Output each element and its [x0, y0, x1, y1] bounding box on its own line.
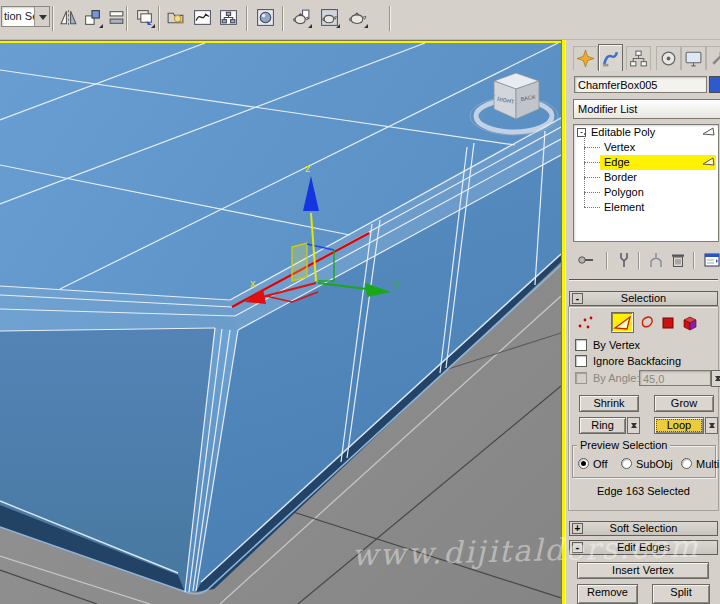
align-icon[interactable]: [80, 5, 105, 30]
object-name-value: ChamferBox005: [578, 79, 658, 91]
display-tab[interactable]: [681, 46, 706, 70]
mirror-icon[interactable]: [56, 5, 81, 30]
curve-editor-icon[interactable]: [190, 5, 215, 30]
modifier-stack: - Editable Poly Vertex Edge Border Polyg…: [573, 124, 719, 242]
material-editor-icon[interactable]: [253, 5, 278, 30]
preview-multi-label: Multi: [696, 458, 719, 470]
motion-tab[interactable]: [656, 46, 681, 70]
stack-item-edge[interactable]: Edge: [574, 155, 718, 170]
main-toolbar: tion Se: [0, 0, 720, 40]
gizmo-y-label: y: [394, 278, 400, 290]
edit-edges-rollout-header[interactable]: - Edit Edges: [569, 540, 718, 555]
rollout-title: Edit Edges: [617, 541, 670, 553]
remove-button[interactable]: Remove: [577, 584, 638, 604]
vertex-subobject-icon[interactable]: [575, 315, 597, 331]
grow-button[interactable]: Grow: [654, 395, 714, 412]
toolbar-separator: [693, 252, 695, 269]
gizmo-z-label: z: [305, 162, 311, 174]
by-angle-field[interactable]: 45,0: [639, 370, 711, 386]
object-name-field[interactable]: ChamferBox005: [574, 76, 707, 93]
rollout-title: Soft Selection: [610, 522, 678, 534]
render-setup-icon[interactable]: [289, 5, 314, 30]
utilities-tab[interactable]: [706, 46, 720, 70]
object-color-swatch[interactable]: [709, 76, 720, 93]
ignore-backfacing-label: Ignore Backfacing: [593, 355, 681, 367]
subobject-arrow-icon: [702, 157, 715, 172]
rollout-title: Selection: [621, 292, 666, 304]
gizmo-x-label: x: [250, 277, 256, 289]
layer-list-icon[interactable]: [132, 5, 157, 30]
preview-off-label: Off: [593, 458, 607, 470]
by-vertex-label: By Vertex: [593, 339, 640, 351]
selection-status-text: Edge 163 Selected: [569, 485, 718, 497]
toolbar-separator: [606, 252, 608, 269]
rendered-frame-window-icon[interactable]: [317, 5, 342, 30]
loop-spinner[interactable]: [705, 417, 718, 434]
viewport-active-border: [0, 40, 565, 43]
split-button[interactable]: Split: [652, 584, 710, 604]
preview-selection-label: Preview Selection: [577, 439, 670, 451]
toolbar-separator: [52, 6, 54, 31]
shrink-button[interactable]: Shrink: [579, 395, 639, 412]
stack-item-vertex[interactable]: Vertex: [574, 140, 718, 155]
remove-modifier-icon[interactable]: [668, 250, 688, 270]
command-panel: ChamferBox005 Modifier List - Editable P…: [565, 40, 720, 604]
element-subobject-icon[interactable]: [679, 313, 699, 332]
toolbar-separator: [126, 6, 128, 31]
preview-subobj-radio[interactable]: [621, 458, 632, 469]
viewport-active-border: [561, 40, 565, 604]
stack-item-polygon[interactable]: Polygon: [574, 185, 718, 200]
by-angle-checkbox[interactable]: [575, 372, 587, 384]
polygon-subobject-icon[interactable]: [660, 315, 675, 330]
toolbar-separator: [282, 6, 284, 31]
toolbar-separator: [246, 6, 248, 31]
perspective-viewport[interactable]: RIGHT BACK z x y: [0, 40, 565, 604]
show-end-result-icon[interactable]: [614, 250, 634, 270]
preview-off-radio[interactable]: [578, 458, 589, 469]
3dsmax-window: { "toolbar": { "selection_set_value": "t…: [0, 0, 720, 604]
schematic-view-icon[interactable]: [216, 5, 241, 30]
modify-tab[interactable]: [598, 44, 623, 71]
collapse-icon[interactable]: -: [572, 542, 583, 553]
render-production-icon[interactable]: [345, 5, 370, 30]
create-tab[interactable]: [573, 46, 598, 70]
stack-item-editable-poly[interactable]: - Editable Poly: [574, 125, 718, 140]
insert-vertex-button[interactable]: Insert Vertex: [577, 562, 709, 579]
pin-stack-icon[interactable]: [576, 250, 596, 270]
by-vertex-checkbox[interactable]: [575, 339, 587, 351]
ignore-backfacing-checkbox[interactable]: [575, 355, 587, 367]
panel-divider: [569, 279, 718, 281]
toolbar-separator: [158, 6, 160, 31]
by-angle-label: By Angle:: [593, 372, 639, 384]
gizmo-plane-handle[interactable]: [292, 243, 307, 281]
modifier-list-label: Modifier List: [578, 103, 637, 115]
stack-item-border[interactable]: Border: [574, 170, 718, 185]
chevron-down-icon[interactable]: [34, 7, 49, 26]
scene-canvas[interactable]: RIGHT BACK z x y: [0, 43, 561, 604]
toolbar-separator: [638, 252, 640, 269]
border-subobject-icon[interactable]: [638, 314, 656, 331]
selection-rollout-header[interactable]: - Selection: [569, 291, 718, 306]
preview-multi-radio[interactable]: [681, 458, 692, 469]
collapse-icon[interactable]: -: [572, 293, 583, 304]
expand-icon[interactable]: +: [572, 523, 583, 534]
scene-explorer-icon[interactable]: [163, 5, 188, 30]
selection-rollout-body: By Vertex Ignore Backfacing By Angle: 45…: [568, 306, 719, 511]
stack-item-element[interactable]: Element: [574, 200, 718, 215]
named-selection-set-value: tion Se: [2, 7, 34, 26]
ring-button[interactable]: Ring: [579, 417, 626, 434]
by-angle-spinner[interactable]: [711, 370, 720, 387]
ring-spinner[interactable]: [627, 417, 640, 434]
hierarchy-tab[interactable]: [626, 46, 651, 70]
preview-selection-group: Preview Selection Off SubObj Multi: [572, 445, 716, 478]
toolbar-separator: [389, 6, 391, 31]
loop-button[interactable]: Loop: [654, 417, 704, 434]
by-angle-value: 45,0: [643, 373, 664, 385]
make-unique-icon[interactable]: [646, 250, 666, 270]
named-selection-set-combo[interactable]: tion Se: [1, 6, 50, 27]
configure-modifier-sets-icon[interactable]: [702, 250, 720, 270]
preview-subobj-label: SubObj: [636, 458, 673, 470]
soft-selection-rollout-header[interactable]: + Soft Selection: [569, 521, 718, 536]
edge-subobject-icon[interactable]: [611, 312, 634, 333]
modifier-list-dropdown[interactable]: Modifier List: [573, 99, 720, 119]
